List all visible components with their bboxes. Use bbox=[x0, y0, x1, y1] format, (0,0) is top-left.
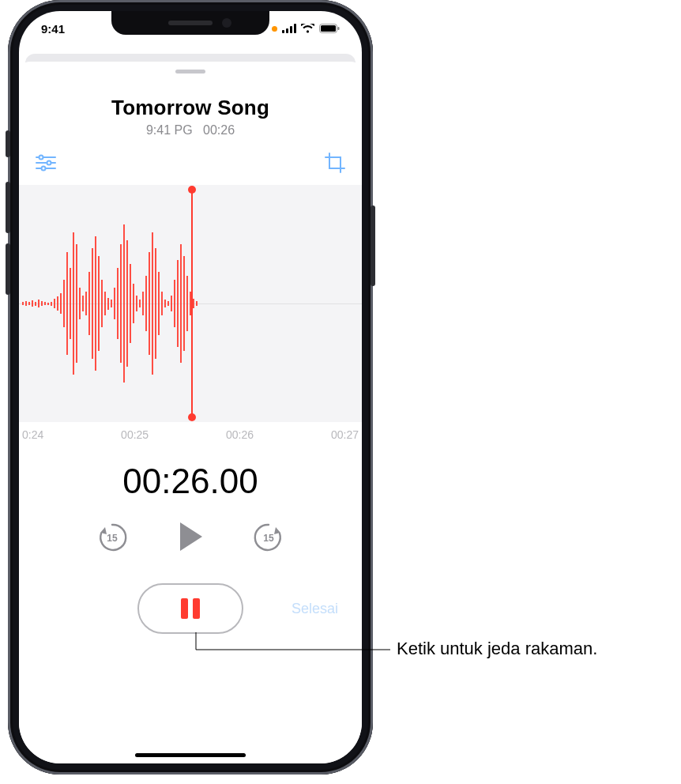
callout-leader-line bbox=[0, 0, 681, 784]
callout-pause-text: Ketik untuk jeda rakaman. bbox=[397, 639, 597, 659]
